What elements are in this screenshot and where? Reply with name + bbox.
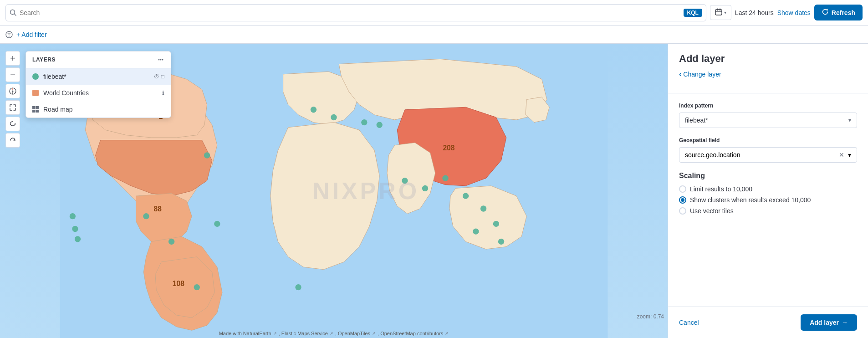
attribution-ext4: ↗ — [445, 331, 449, 336]
svg-point-21 — [361, 119, 367, 125]
right-panel-body: Index pattern filebeat* ▾ Geospatial fie… — [668, 93, 868, 227]
svg-line-1 — [15, 14, 16, 15]
map-controls: + − — [5, 51, 20, 148]
right-panel-title: Add layer — [679, 53, 857, 65]
svg-point-26 — [463, 193, 469, 199]
scaling-radio-clusters[interactable] — [679, 196, 686, 204]
cancel-button[interactable]: Cancel — [679, 319, 699, 326]
scaling-option-vector[interactable]: Use vector tiles — [679, 207, 857, 215]
scaling-title: Scaling — [679, 172, 857, 180]
attribution-external-icon: ↗ — [273, 331, 277, 336]
svg-point-24 — [422, 185, 428, 191]
add-layer-label: Add layer — [810, 319, 839, 326]
layer-grid-road — [32, 106, 39, 113]
svg-point-15 — [204, 152, 210, 158]
attribution-ext3: ↗ — [372, 331, 376, 336]
attribution-elastic: , Elastic Maps Service — [279, 331, 328, 336]
layer-dot-filebeat — [32, 73, 39, 80]
svg-point-25 — [442, 175, 448, 181]
svg-point-22 — [377, 122, 383, 128]
svg-point-34 — [72, 226, 78, 232]
layer-name-world: World Countries — [43, 89, 158, 97]
attribution-openmaptiles: , OpenMapTiles — [335, 331, 370, 336]
expand-button[interactable] — [5, 100, 20, 115]
search-area: KQL — [5, 4, 706, 21]
scaling-radio-limit[interactable] — [679, 185, 686, 193]
lasso-button[interactable] — [5, 117, 20, 131]
layer-item-filebeat[interactable]: filebeat* ⏱ □ — [26, 68, 171, 85]
right-panel-header: Add layer ‹ Change layer — [668, 44, 868, 93]
layers-menu-button[interactable] — [157, 56, 164, 63]
svg-text:108: 108 — [173, 280, 184, 287]
zoom-info: zoom: 0.74 — [637, 313, 664, 320]
geospatial-clear-button[interactable]: ✕ — [839, 151, 844, 159]
index-pattern-chevron-icon: ▾ — [848, 117, 851, 123]
svg-point-40 — [158, 59, 160, 61]
add-layer-button[interactable]: Add layer → — [801, 314, 857, 331]
clock-icon: ⏱ — [154, 73, 159, 80]
refresh-button[interactable]: Refresh — [814, 5, 863, 20]
svg-point-23 — [402, 178, 408, 184]
geospatial-field-select[interactable]: source.geo.location ✕ ▾ — [679, 147, 857, 163]
square-icon: □ — [161, 73, 164, 80]
svg-point-32 — [295, 284, 301, 290]
svg-point-18 — [194, 284, 200, 290]
geospatial-chevron-icon: ▾ — [848, 151, 851, 159]
map-attribution: Made with NaturalEarth ↗ , Elastic Maps … — [219, 331, 449, 336]
svg-point-28 — [493, 221, 499, 227]
search-input[interactable] — [20, 9, 681, 16]
svg-point-41 — [160, 59, 162, 61]
refresh-icon — [822, 8, 829, 17]
date-picker-button[interactable]: ▾ — [710, 5, 731, 20]
date-range-text: Last 24 hours — [735, 9, 774, 16]
svg-point-20 — [331, 114, 337, 120]
index-pattern-select[interactable]: filebeat* ▾ — [679, 113, 857, 128]
index-pattern-field: Index pattern filebeat* ▾ — [679, 102, 857, 128]
change-layer-label: Change layer — [683, 71, 721, 78]
calendar-icon — [715, 8, 722, 17]
svg-point-33 — [70, 213, 76, 219]
compass-button[interactable] — [5, 84, 20, 98]
geospatial-field-value: source.geo.location — [685, 151, 740, 159]
show-dates-button[interactable]: Show dates — [777, 9, 811, 16]
zoom-in-button[interactable]: + — [5, 51, 20, 66]
layers-title: LAYERS — [32, 56, 56, 63]
change-layer-link[interactable]: ‹ Change layer — [679, 70, 857, 78]
layers-header: LAYERS — [26, 51, 171, 68]
svg-point-42 — [162, 59, 163, 61]
add-filter-button[interactable]: + Add filter — [16, 31, 47, 38]
filter-icon — [5, 31, 13, 38]
attribution-ext2: ↗ — [330, 331, 333, 336]
layer-item-road-map[interactable]: Road map — [26, 101, 171, 118]
layer-icons-filebeat: ⏱ □ — [154, 73, 164, 80]
svg-point-16 — [143, 213, 149, 219]
scaling-radio-inner — [681, 198, 684, 202]
svg-point-30 — [473, 228, 479, 234]
rotate-button[interactable] — [5, 133, 20, 148]
scaling-option-clusters[interactable]: Show clusters when results exceed 10,000 — [679, 196, 857, 204]
scaling-radio-vector[interactable] — [679, 207, 686, 215]
svg-point-27 — [480, 205, 486, 211]
zoom-out-button[interactable]: − — [5, 67, 20, 82]
svg-point-17 — [168, 239, 174, 245]
scaling-label-limit: Limit results to 10,000 — [690, 185, 752, 193]
index-pattern-value: filebeat* — [685, 117, 708, 124]
svg-rect-2 — [715, 10, 722, 15]
svg-point-37 — [12, 91, 14, 92]
refresh-label: Refresh — [832, 9, 855, 16]
map-container[interactable]: 88 2 208 108 — [0, 44, 668, 338]
topbar: KQL ▾ Last 24 hours Show dates Refresh — [0, 0, 868, 26]
scaling-label-clusters: Show clusters when results exceed 10,000 — [690, 196, 811, 204]
back-chevron-icon: ‹ — [679, 70, 681, 78]
layer-item-world-countries[interactable]: World Countries ℹ — [26, 85, 171, 101]
index-pattern-label: Index pattern — [679, 102, 857, 109]
kql-badge[interactable]: KQL — [684, 9, 702, 17]
search-icon — [10, 9, 17, 16]
scaling-label-vector: Use vector tiles — [690, 207, 734, 215]
right-panel-footer: Cancel Add layer → — [668, 307, 868, 338]
scaling-option-limit[interactable]: Limit results to 10,000 — [679, 185, 857, 193]
layer-name-road: Road map — [43, 106, 164, 113]
layer-name-filebeat: filebeat* — [43, 73, 149, 80]
arrow-right-icon: → — [842, 319, 848, 326]
attribution-text: Made with NaturalEarth — [219, 331, 271, 336]
